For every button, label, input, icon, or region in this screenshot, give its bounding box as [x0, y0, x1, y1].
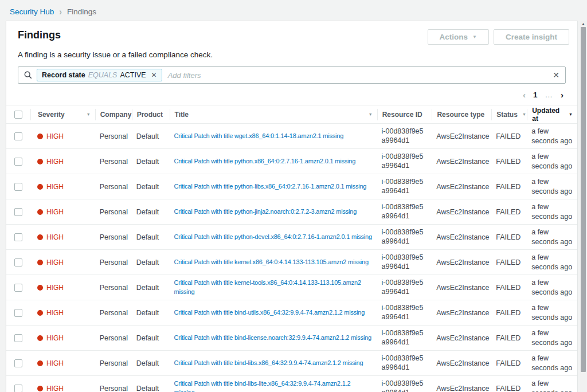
row-checkbox[interactable] [14, 284, 22, 292]
resource-id-cell: i-00d838f9e5a9964d1 [377, 127, 432, 145]
finding-title-link[interactable]: Critical Patch with title python-devel.x… [174, 233, 372, 240]
current-page-number[interactable]: 1 [533, 91, 538, 99]
scrollbar-thumb[interactable] [581, 27, 586, 372]
finding-title-link[interactable]: Critical Patch with title bind-libs-lite… [174, 380, 351, 392]
actions-button[interactable]: Actions ▼ [428, 29, 489, 45]
severity-cell: HIGH [30, 385, 95, 392]
company-cell: Personal [95, 334, 132, 342]
column-header-severity[interactable]: Severity ▼ [30, 109, 95, 120]
severity-label: HIGH [46, 359, 64, 367]
previous-page-icon[interactable]: ‹ [523, 90, 526, 100]
updated-at-cell: a few seconds ago [527, 354, 577, 373]
resource-type-cell: AwsEc2Instance [432, 132, 491, 140]
status-sort-caret-icon[interactable]: ▼ [522, 112, 526, 116]
severity-label: HIGH [46, 284, 64, 292]
status-cell: FAILED [491, 309, 527, 317]
create-insight-button[interactable]: Create insight [494, 29, 569, 45]
breadcrumb-link-security-hub[interactable]: Security Hub [10, 7, 54, 16]
finding-title-link[interactable]: Critical Patch with title bind-license.n… [174, 334, 372, 341]
column-header-product[interactable]: Product [132, 109, 170, 120]
updated-at-cell: a few seconds ago [527, 303, 577, 322]
table-row: HIGH Personal Default Critical Patch wit… [6, 300, 577, 326]
select-all-checkbox[interactable] [14, 111, 22, 119]
title-filter-caret-icon[interactable]: ▼ [369, 112, 373, 116]
severity-filter-caret-icon[interactable]: ▼ [87, 112, 91, 116]
row-checkbox[interactable] [14, 334, 22, 342]
finding-title-link[interactable]: Critical Patch with title python-libs.x8… [174, 183, 367, 190]
resource-id-cell: i-00d838f9e5a9964d1 [377, 329, 432, 347]
breadcrumb-chevron-icon: › [59, 6, 62, 17]
finding-title-link[interactable]: Critical Patch with title python-jinja2.… [174, 208, 357, 215]
findings-table: Severity ▼ Company Product Title ▼ Resou… [6, 105, 577, 392]
findings-panel: Findings Actions ▼ Create insight A find… [6, 21, 578, 392]
finding-title-link[interactable]: Critical Patch with title bind-utils.x86… [174, 309, 365, 316]
resource-id-cell: i-00d838f9e5a9964d1 [377, 354, 432, 372]
updated-at-cell: a few seconds ago [527, 278, 577, 297]
product-cell: Default [132, 309, 170, 317]
product-cell: Default [132, 132, 170, 140]
severity-high-dot-icon [37, 159, 43, 164]
product-cell: Default [132, 158, 170, 166]
company-cell: Personal [95, 233, 132, 241]
severity-high-dot-icon [37, 234, 43, 240]
resource-id-cell: i-00d838f9e5a9964d1 [377, 178, 432, 195]
column-header-title[interactable]: Title ▼ [170, 109, 377, 120]
table-row: HIGH Personal Default Critical Patch wit… [6, 326, 577, 351]
finding-title-link[interactable]: Critical Patch with title kernel.x86_64:… [174, 258, 369, 265]
row-checkbox-cell [6, 334, 30, 342]
finding-title-link[interactable]: Critical Patch with title kernel-tools.x… [174, 279, 361, 295]
finding-title-link[interactable]: Critical Patch with title python.x86_64:… [174, 158, 356, 164]
finding-title-link[interactable]: Critical Patch with title bind-libs.x86_… [174, 359, 363, 366]
column-header-updated-at-label: Updated at [532, 107, 564, 123]
row-checkbox[interactable] [14, 385, 22, 392]
row-checkbox[interactable] [14, 233, 22, 241]
next-page-icon[interactable]: › [561, 90, 563, 100]
title-cell: Critical Patch with title wget.x86_64:0:… [170, 132, 377, 141]
add-filters-input[interactable]: Add filters [168, 71, 201, 80]
column-header-resource-id[interactable]: Resource ID [377, 109, 432, 120]
column-header-status[interactable]: Status ▼ [491, 109, 527, 120]
severity-cell: HIGH [30, 233, 95, 241]
row-checkbox[interactable] [14, 258, 22, 266]
resource-type-cell: AwsEc2Instance [432, 284, 491, 292]
filter-bar[interactable]: Record state EQUALS ACTIVE ✕ Add filters… [18, 66, 566, 84]
row-checkbox[interactable] [14, 208, 22, 216]
scroll-up-arrow-icon[interactable]: ▲ [580, 21, 586, 26]
title-cell: Critical Patch with title bind-libs-lite… [170, 379, 377, 392]
severity-high-dot-icon [37, 260, 43, 265]
header-buttons: Actions ▼ Create insight [428, 29, 569, 45]
row-checkbox[interactable] [14, 359, 22, 367]
page-description: A finding is a security issue or a faile… [6, 45, 577, 59]
resource-type-cell: AwsEc2Instance [432, 359, 491, 367]
table-row: HIGH Personal Default Critical Patch wit… [6, 351, 577, 376]
severity-label: HIGH [46, 233, 64, 241]
filter-chip-remove-icon[interactable]: ✕ [151, 71, 157, 79]
search-icon [24, 71, 32, 79]
status-cell: FAILED [491, 334, 527, 342]
clear-filters-icon[interactable]: ✕ [553, 70, 559, 80]
updated-at-sort-caret-icon[interactable]: ▼ [569, 112, 573, 116]
finding-title-link[interactable]: Critical Patch with title wget.x86_64:0:… [174, 132, 344, 139]
title-cell: Critical Patch with title python.x86_64:… [170, 157, 377, 166]
resource-id-cell: i-00d838f9e5a9964d1 [377, 304, 432, 322]
product-cell: Default [132, 208, 170, 216]
company-cell: Personal [95, 132, 132, 140]
row-checkbox-cell [6, 284, 30, 292]
column-header-updated-at[interactable]: Updated at ▼ [527, 109, 577, 120]
severity-label: HIGH [46, 183, 64, 191]
row-checkbox[interactable] [14, 158, 22, 166]
filter-chip-record-state[interactable]: Record state EQUALS ACTIVE ✕ [37, 69, 162, 81]
breadcrumb-current: Findings [67, 7, 96, 16]
severity-label: HIGH [46, 158, 64, 166]
column-header-title-label: Title [175, 111, 189, 119]
panel-header: Findings Actions ▼ Create insight [6, 21, 577, 45]
column-header-resource-type[interactable]: Resource type [432, 109, 491, 120]
vertical-scrollbar[interactable]: ▲ [580, 21, 586, 392]
row-checkbox[interactable] [14, 132, 22, 140]
page-title: Findings [18, 29, 61, 41]
row-checkbox[interactable] [14, 309, 22, 317]
product-cell: Default [132, 233, 170, 241]
row-checkbox[interactable] [14, 183, 22, 191]
column-header-company[interactable]: Company [95, 109, 132, 120]
title-cell: Critical Patch with title bind-license.n… [170, 334, 377, 343]
